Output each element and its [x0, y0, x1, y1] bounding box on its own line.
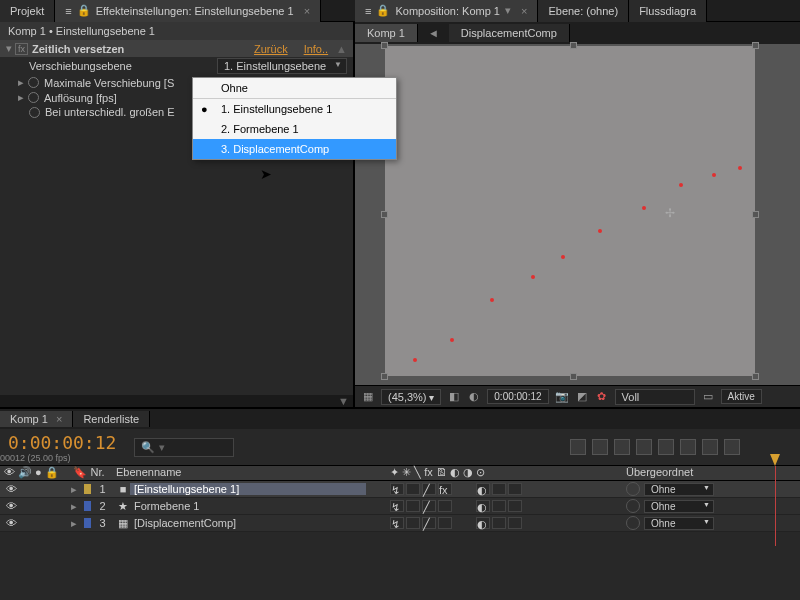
current-timecode[interactable]: 0:00:00:12 — [0, 432, 124, 453]
comp-tab-displacement[interactable]: DisplacementComp — [449, 24, 570, 42]
timeline-layer-row[interactable]: 👁▸2★Formebene 1↯╱◐Ohne — [0, 498, 800, 515]
comp-canvas[interactable]: ✢ — [385, 46, 755, 376]
timeline-tab-renderliste[interactable]: Renderliste — [73, 411, 150, 427]
expand-arrow-icon[interactable]: ▸ — [68, 517, 80, 530]
switch-adjustment[interactable] — [406, 517, 420, 529]
switch-fx[interactable] — [438, 517, 452, 529]
switch-mode[interactable]: ◐ — [476, 517, 490, 529]
transform-handle[interactable] — [381, 373, 388, 380]
info-button[interactable]: Info.. — [304, 43, 328, 55]
expand-arrow-icon[interactable]: ▸ — [68, 483, 80, 496]
mask-icon[interactable]: ◐ — [467, 390, 481, 404]
label-color-chip[interactable] — [84, 484, 91, 494]
switch-track[interactable] — [492, 483, 506, 495]
parent-dropdown[interactable]: Ohne — [644, 517, 714, 530]
tool-icon[interactable] — [614, 439, 630, 455]
tab-ebene[interactable]: Ebene: (ohne) — [538, 0, 629, 22]
label-color-chip[interactable] — [84, 501, 91, 511]
expand-arrow-icon[interactable]: ▸ — [18, 91, 24, 104]
menu-item-displacementcomp[interactable]: 3. DisplacementComp — [193, 139, 396, 159]
effect-name[interactable]: Zeitlich versetzen — [32, 43, 246, 55]
tool-icon[interactable] — [702, 439, 718, 455]
tab-projekt[interactable]: Projekt — [0, 0, 55, 22]
visibility-header-icon[interactable]: 👁 — [4, 466, 15, 478]
composition-viewport[interactable]: ✢ — [355, 44, 800, 385]
comp-nav-back-icon[interactable]: ◄ — [418, 27, 449, 39]
switch-collapse[interactable] — [508, 500, 522, 512]
switch-collapse[interactable] — [508, 517, 522, 529]
transform-handle[interactable] — [570, 42, 577, 49]
resolution-dropdown[interactable]: Voll — [615, 389, 695, 405]
transform-handle[interactable] — [381, 42, 388, 49]
region-icon[interactable]: ◩ — [575, 390, 589, 404]
anchor-point-icon[interactable]: ✢ — [665, 206, 675, 220]
color-mgmt-icon[interactable]: ✿ — [595, 390, 609, 404]
close-icon[interactable]: × — [56, 413, 62, 425]
layer-icon[interactable]: ◧ — [447, 390, 461, 404]
view-icon[interactable]: ▭ — [701, 390, 715, 404]
tool-icon[interactable] — [636, 439, 652, 455]
switch-motion-blur[interactable]: ↯ — [390, 483, 404, 495]
transform-handle[interactable] — [381, 211, 388, 218]
menu-item-formebene[interactable]: 2. Formebene 1 — [193, 119, 396, 139]
visibility-toggle-icon[interactable]: 👁 — [4, 500, 18, 512]
timeline-tab-komp1[interactable]: Komp 1 × — [0, 411, 73, 427]
fx-badge-icon[interactable]: fx — [15, 43, 28, 55]
collapse-arrow-icon[interactable]: ▾ — [6, 42, 12, 55]
switch-adjustment[interactable] — [406, 483, 420, 495]
comp-tab-komp1[interactable]: Komp 1 — [355, 24, 418, 42]
tab-komposition[interactable]: ≡ 🔒 Komposition: Komp 1 ▾ × — [355, 0, 538, 22]
transform-handle[interactable] — [570, 373, 577, 380]
switch-mode[interactable]: ◐ — [476, 483, 490, 495]
snapshot-icon[interactable]: 📷 — [555, 390, 569, 404]
tool-icon[interactable] — [724, 439, 740, 455]
reset-button[interactable]: Zurück — [254, 43, 288, 55]
close-icon[interactable]: × — [304, 5, 310, 17]
expand-arrow-icon[interactable]: ▸ — [18, 76, 24, 89]
timeline-search-input[interactable]: 🔍▾ — [134, 438, 234, 457]
layer-name[interactable]: [Einstellungsebene 1] — [130, 483, 366, 495]
switch-adjustment[interactable] — [406, 500, 420, 512]
tab-effects[interactable]: ≡ 🔒 Effekteinstellungen: Einstellungsebe… — [55, 0, 321, 22]
pickwhip-icon[interactable] — [626, 482, 640, 496]
grid-icon[interactable]: ▦ — [361, 390, 375, 404]
switch-collapse[interactable] — [508, 483, 522, 495]
switch-quality[interactable]: ╱ — [422, 500, 436, 512]
tool-icon[interactable] — [658, 439, 674, 455]
visibility-toggle-icon[interactable]: 👁 — [4, 483, 18, 495]
transform-handle[interactable] — [752, 42, 759, 49]
pickwhip-icon[interactable] — [626, 499, 640, 513]
parent-dropdown[interactable]: Ohne — [644, 500, 714, 513]
expand-arrow-icon[interactable]: ▸ — [68, 500, 80, 513]
transform-handle[interactable] — [752, 373, 759, 380]
switch-quality[interactable]: ╱ — [422, 517, 436, 529]
active-camera-dropdown[interactable]: Aktive — [721, 389, 762, 404]
stopwatch-icon[interactable] — [28, 92, 39, 103]
tab-flussdiagramm[interactable]: Flussdiagra — [629, 0, 707, 22]
zoom-dropdown[interactable]: (45,3%) ▾ — [381, 389, 441, 405]
timeline-layer-row[interactable]: 👁▸1■[Einstellungsebene 1]↯╱fx◐Ohne — [0, 481, 800, 498]
tool-icon[interactable] — [570, 439, 586, 455]
scroll-down-icon[interactable]: ▼ — [0, 395, 353, 407]
parent-dropdown[interactable]: Ohne — [644, 483, 714, 496]
tool-icon[interactable] — [680, 439, 696, 455]
layer-name[interactable]: Formebene 1 — [130, 500, 366, 512]
switch-track[interactable] — [492, 500, 506, 512]
switch-fx[interactable]: fx — [438, 483, 452, 495]
timeline-layer-row[interactable]: 👁▸3▦[DisplacementComp]↯╱◐Ohne — [0, 515, 800, 532]
stopwatch-icon[interactable] — [28, 77, 39, 88]
visibility-toggle-icon[interactable]: 👁 — [4, 517, 18, 529]
current-time[interactable]: 0:00:00:12 — [487, 389, 548, 404]
switch-motion-blur[interactable]: ↯ — [390, 500, 404, 512]
label-color-chip[interactable] — [84, 518, 91, 528]
switch-mode[interactable]: ◐ — [476, 500, 490, 512]
layer-name[interactable]: [DisplacementComp] — [130, 517, 366, 529]
switch-fx[interactable] — [438, 500, 452, 512]
switch-motion-blur[interactable]: ↯ — [390, 517, 404, 529]
menu-item-ohne[interactable]: Ohne — [193, 78, 396, 99]
switch-quality[interactable]: ╱ — [422, 483, 436, 495]
stopwatch-icon[interactable] — [29, 107, 40, 118]
close-icon[interactable]: × — [521, 5, 527, 17]
tool-icon[interactable] — [592, 439, 608, 455]
audio-header-icon[interactable]: 🔊 — [18, 466, 32, 478]
